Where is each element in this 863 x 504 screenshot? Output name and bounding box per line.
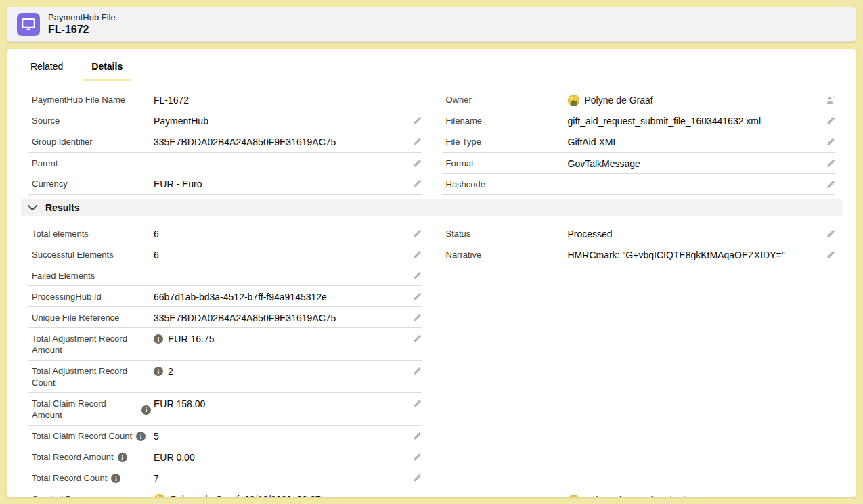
field-value: Processed	[568, 227, 821, 240]
help-info-icon[interactable]	[136, 432, 146, 441]
field-label: Total elements	[28, 227, 154, 240]
tab-bar: Related Details	[7, 49, 856, 81]
results-section-header[interactable]: Results	[21, 199, 842, 216]
record-header: PaymentHub File FL-1672	[7, 7, 856, 42]
field-label: Created By	[28, 492, 154, 497]
edit-icon[interactable]	[413, 271, 422, 280]
left-column: Total elements 6 Successful Elements 6 F…	[28, 223, 422, 497]
field-label: Total Adjustment Record Amount	[28, 332, 154, 357]
field-row-format: Format GovTalkMessage	[442, 153, 836, 174]
field-value: 335E7BDDA02B4A24A850F9E31619AC75	[154, 135, 407, 148]
edit-icon[interactable]	[413, 137, 422, 146]
right-column: Owner Polyne de Graaf Filename gift_aid_…	[442, 89, 836, 195]
edit-icon[interactable]	[413, 474, 422, 482]
help-info-icon[interactable]	[154, 367, 163, 376]
field-value: 7	[154, 472, 407, 484]
created-by-link[interactable]: Polyne de Graaf	[171, 493, 239, 497]
field-label: Parent	[28, 157, 154, 170]
edit-icon[interactable]	[826, 116, 835, 125]
edit-icon[interactable]	[413, 432, 422, 440]
field-value: FL-1672	[154, 93, 407, 106]
field-value-text: 2	[168, 365, 173, 377]
field-label: Failed Elements	[28, 269, 154, 282]
page-title: FL-1672	[48, 23, 116, 37]
field-value: 6	[154, 227, 407, 240]
right-column: Status Processed Narrative HMRCmark: "G+…	[442, 223, 836, 497]
avatar	[568, 495, 579, 497]
edit-icon[interactable]	[413, 367, 422, 375]
chevron-down-icon	[28, 205, 37, 210]
field-value: EUR 158.00	[154, 397, 407, 410]
last-modified-date: , 23/10/2020, 09:27	[653, 494, 735, 497]
field-label: File Type	[442, 135, 568, 148]
field-value: 66b7d1ab-bd3a-4512-b7ff-f94a9145312e	[154, 290, 407, 303]
entity-label: PaymentHub File	[48, 12, 116, 24]
edit-cell	[407, 492, 422, 495]
field-row-processinghub-id: ProcessingHub Id 66b7d1ab-bd3a-4512-b7ff…	[28, 286, 422, 307]
field-value: GiftAid XML	[568, 135, 821, 148]
edit-icon[interactable]	[413, 250, 422, 259]
field-row-total-claim-record-amount: Total Claim Record Amount EUR 158.00	[28, 393, 422, 426]
field-row-created-by: Created By Polyne de Graaf , 23/10/2020,…	[28, 488, 422, 497]
details-top-section: PaymentHub File Name FL-1672 Source Paym…	[21, 89, 842, 195]
last-modified-by-link[interactable]: Polyne de Graaf	[585, 494, 653, 497]
field-row-failed-elements: Failed Elements	[28, 265, 422, 286]
field-label: Currency	[28, 177, 154, 190]
field-label: Hashcode	[442, 178, 568, 191]
edit-icon[interactable]	[826, 137, 835, 146]
results-section: Total elements 6 Successful Elements 6 F…	[21, 223, 842, 497]
field-label: Successful Elements	[28, 248, 154, 261]
field-label: Total Record Amount	[28, 451, 154, 463]
field-value: Polyne de Graaf , 23/10/2020, 09:27	[568, 493, 821, 497]
tab-related[interactable]: Related	[22, 61, 71, 81]
field-value: 335E7BDDA02B4A24A850F9E31619AC75	[154, 311, 407, 324]
monitor-icon	[22, 18, 35, 31]
field-label-text: Total Record Amount	[32, 452, 114, 463]
field-label-text: Total Claim Record Amount	[32, 398, 137, 421]
field-value: GovTalkMessage	[568, 157, 821, 170]
field-label: Total Claim Record Count	[28, 430, 154, 442]
edit-icon[interactable]	[413, 313, 422, 322]
field-label: Status	[442, 227, 568, 240]
edit-icon[interactable]	[826, 180, 835, 189]
field-row-owner: Owner Polyne de Graaf	[442, 89, 836, 110]
field-label: Total Claim Record Amount	[28, 397, 154, 421]
avatar	[568, 95, 579, 106]
edit-icon[interactable]	[826, 159, 835, 168]
field-value: EUR 16.75	[154, 332, 407, 345]
left-column: PaymentHub File Name FL-1672 Source Paym…	[28, 89, 422, 195]
field-value-text: EUR 16.75	[168, 333, 214, 345]
edit-icon[interactable]	[826, 250, 835, 259]
field-row-narrative: Narrative HMRCmark: "G+vbqICIQTE8gkKtMAq…	[442, 244, 836, 265]
record-detail-card: Related Details PaymentHub File Name FL-…	[7, 49, 856, 497]
owner-link[interactable]: Polyne de Graaf	[585, 94, 653, 106]
field-label: Owner	[442, 93, 568, 106]
edit-icon[interactable]	[413, 453, 422, 461]
tab-details[interactable]: Details	[83, 61, 131, 81]
field-label: Source	[28, 114, 154, 127]
field-value	[568, 178, 821, 179]
field-label: Total Adjustment Record Count	[28, 365, 154, 389]
field-row-unique-file-reference: Unique File Reference 335E7BDDA02B4A24A8…	[28, 307, 422, 328]
field-row-total-record-amount: Total Record Amount EUR 0.00	[28, 446, 422, 467]
edit-icon[interactable]	[413, 116, 422, 125]
help-info-icon[interactable]	[111, 474, 120, 483]
edit-icon[interactable]	[413, 159, 422, 168]
avatar	[154, 494, 165, 497]
change-owner-icon[interactable]	[826, 95, 835, 105]
edit-icon[interactable]	[413, 179, 422, 188]
field-row-paymenthub-file-name: PaymentHub File Name FL-1672	[28, 89, 422, 110]
help-info-icon[interactable]	[118, 453, 127, 462]
field-row-total-record-count: Total Record Count 7	[28, 467, 422, 488]
edit-icon[interactable]	[413, 229, 422, 238]
field-row-parent: Parent	[28, 153, 422, 174]
edit-icon[interactable]	[413, 399, 422, 408]
help-info-icon[interactable]	[154, 334, 163, 344]
field-row-group-identifier: Group Identifier 335E7BDDA02B4A24A850F9E…	[28, 131, 422, 152]
edit-icon[interactable]	[826, 229, 835, 238]
edit-icon[interactable]	[413, 334, 422, 343]
help-info-icon[interactable]	[141, 405, 151, 415]
edit-icon[interactable]	[413, 292, 422, 301]
field-value: PaymentHub	[154, 114, 407, 127]
field-label: Last Modified By	[442, 493, 568, 497]
